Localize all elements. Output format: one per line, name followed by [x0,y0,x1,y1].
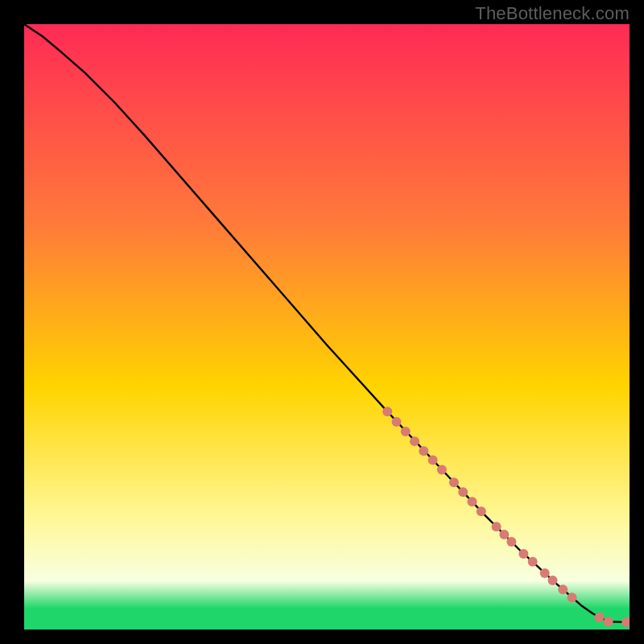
data-point [594,613,604,622]
data-point [518,549,528,559]
data-point [467,497,477,506]
data-point [558,584,568,594]
data-point [391,417,401,427]
data-point [540,568,550,578]
data-point [506,537,516,547]
data-point [437,464,447,474]
data-point [419,446,428,456]
data-point [499,530,509,539]
plot-area [24,24,630,630]
chart-frame: TheBottleneck.com [0,0,644,644]
data-point [568,592,577,602]
data-point [410,436,419,446]
chart-svg [24,24,630,630]
data-point [548,576,558,585]
data-point [458,487,468,497]
attribution-text: TheBottleneck.com [475,3,630,24]
data-point [477,506,486,516]
data-point [382,407,392,416]
data-point [428,455,438,464]
data-point [604,617,613,626]
data-point [528,557,538,567]
data-point [401,427,411,436]
data-point [492,522,502,531]
gradient-background [24,24,630,630]
data-point [449,477,459,487]
